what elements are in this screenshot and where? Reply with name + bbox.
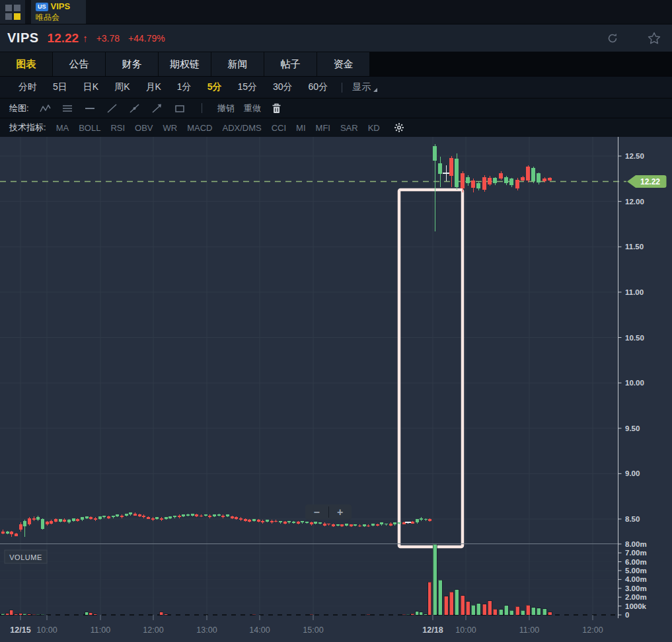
price-tick-label: 8.50 [625, 515, 640, 523]
parallel-lines-tool-icon[interactable] [61, 102, 74, 114]
horizontal-line-tool-icon[interactable] [83, 102, 96, 114]
time-tick-label: 12/15 [10, 625, 30, 635]
stock-header: VIPS 12.22 ↑ +3.78 +44.79% [0, 24, 672, 52]
favorite-star-icon[interactable] [647, 31, 661, 46]
price-tick-label: 10.50 [625, 334, 644, 342]
refresh-icon[interactable] [605, 31, 620, 46]
volume-panel-label: VOLUME [9, 553, 42, 561]
indicator-toggle[interactable]: MFI [316, 123, 330, 133]
time-tick-label: 12:00 [582, 625, 603, 635]
price-tick-label: 11.50 [625, 243, 644, 251]
time-tick-label: 15:00 [303, 625, 323, 635]
drawing-toolbar: 绘图: 撤销 重做 [0, 99, 672, 118]
indicator-toggle[interactable]: CCI [272, 123, 286, 133]
market-badge: US [36, 3, 48, 11]
ray-line-tool-icon[interactable] [128, 102, 141, 114]
display-menu[interactable]: 显示 [348, 81, 381, 93]
time-tick-label: 11:00 [91, 625, 110, 635]
time-tick-label: 14:00 [249, 625, 270, 635]
tab-symbol: VIPS [51, 1, 71, 12]
indicator-toggle[interactable]: MI [296, 123, 305, 133]
indicator-toggle[interactable]: ADX/DMS [222, 123, 261, 133]
volume-tick-label: 5.00m [625, 567, 647, 575]
nav-tab[interactable]: 资金 [317, 52, 369, 76]
period-tab[interactable]: 15分 [229, 81, 265, 93]
nav-tab[interactable]: 图表 [0, 52, 52, 76]
drawing-tools [38, 102, 186, 114]
volume-tick-label: 6.00m [625, 558, 647, 566]
time-tick-label: 11:00 [519, 625, 539, 635]
time-tick-label: 13:00 [196, 625, 217, 635]
chart-background[interactable] [0, 137, 672, 642]
nav-tab[interactable]: 公告 [53, 52, 105, 76]
header-symbol: VIPS [7, 30, 39, 46]
nav-tabs: 图表公告财务期权链新闻帖子资金 [0, 52, 672, 77]
indicator-toggle[interactable]: MACD [187, 123, 212, 133]
indicator-toggle[interactable]: OBV [135, 123, 153, 133]
indicator-toggle[interactable]: MA [56, 123, 69, 133]
period-tab[interactable]: 1分 [169, 81, 200, 93]
period-bar: 分时5日日K周K月K1分5分15分30分60分 显示 [0, 77, 672, 99]
period-tabs: 分时5日日K周K月K1分5分15分30分60分 [11, 81, 336, 93]
display-menu-label: 显示 [352, 81, 371, 93]
volume-tick-label: 3.00m [625, 584, 647, 592]
price-tick-label: 9.50 [625, 424, 640, 432]
trash-icon[interactable] [270, 102, 283, 114]
period-tab[interactable]: 5日 [45, 81, 75, 93]
wave-line-tool-icon[interactable] [38, 102, 52, 114]
stock-tab-strip: US VIPS 唯品会 [0, 0, 672, 24]
price-tick-label: 12.50 [625, 152, 644, 160]
trading-app-window: 12.5012.0011.5011.0010.5010.009.509.008.… [0, 0, 672, 642]
price-tick-label: 12.00 [625, 198, 644, 206]
arrow-line-tool-icon[interactable] [151, 102, 164, 114]
current-price-badge-label: 12.22 [640, 177, 660, 186]
time-tick-label: 10:00 [36, 625, 57, 635]
price-change: +3.78 [96, 33, 120, 44]
nav-tab[interactable]: 新闻 [211, 52, 264, 76]
grid-square [5, 5, 12, 11]
indicator-list: MABOLLRSIOBVWRMACDADX/DMSCCIMIMFISARKD [56, 123, 380, 133]
volume-tick-label: 8.00m [625, 540, 647, 548]
app-grid-icon[interactable] [0, 0, 25, 24]
nav-tab[interactable]: 期权链 [159, 52, 211, 76]
period-tab[interactable]: 30分 [265, 81, 301, 93]
indicator-toolbar-label: 技术指标: [9, 122, 46, 134]
nav-tab[interactable]: 财务 [106, 52, 158, 76]
period-tab[interactable]: 分时 [11, 81, 45, 93]
price-up-arrow-icon: ↑ [83, 32, 88, 44]
time-tick-label: 12/18 [422, 625, 443, 635]
trend-line-tool-icon[interactable] [106, 102, 119, 114]
time-tick-label: 12:00 [143, 625, 163, 635]
gear-icon[interactable] [394, 122, 404, 133]
volume-tick-label: 0 [625, 611, 629, 619]
grid-square [14, 5, 20, 11]
indicator-toggle[interactable]: RSI [110, 123, 125, 133]
indicator-toggle[interactable]: SAR [340, 123, 358, 133]
drawing-toolbar-label: 绘图: [9, 102, 29, 114]
grid-square-active [14, 13, 20, 20]
period-tab[interactable]: 周K [106, 81, 137, 93]
volume-tick-label: 7.00m [625, 549, 647, 557]
zoom-out-button[interactable]: − [305, 504, 328, 520]
period-tab[interactable]: 日K [75, 81, 106, 93]
indicator-toggle[interactable]: WR [163, 123, 178, 133]
undo-button[interactable]: 撤销 [217, 102, 235, 114]
indicator-toggle[interactable]: KD [368, 123, 380, 133]
corner-triangle-icon [373, 88, 377, 92]
period-tab[interactable]: 月K [137, 81, 168, 93]
redo-button[interactable]: 重做 [244, 102, 261, 114]
chart-zoom-control: − + [305, 504, 352, 520]
zoom-in-button[interactable]: + [329, 504, 352, 520]
price-change-percent: +44.79% [128, 33, 165, 44]
indicator-toolbar: 技术指标: MABOLLRSIOBVWRMACDADX/DMSCCIMIMFIS… [0, 118, 672, 137]
nav-tab[interactable]: 帖子 [264, 52, 317, 76]
top-toolbars: US VIPS 唯品会 VIPS 12.22 ↑ +3.78 +44.79% 图… [0, 0, 672, 137]
period-tab[interactable]: 5分 [200, 81, 230, 93]
stock-tab-vips[interactable]: US VIPS 唯品会 [31, 0, 86, 24]
time-tick-label: 10:00 [455, 625, 476, 635]
grid-square [5, 13, 12, 20]
volume-tick-label: 1000k [625, 602, 647, 610]
period-tab[interactable]: 60分 [301, 81, 336, 93]
rectangle-tool-icon[interactable] [173, 102, 186, 114]
indicator-toggle[interactable]: BOLL [79, 123, 100, 133]
